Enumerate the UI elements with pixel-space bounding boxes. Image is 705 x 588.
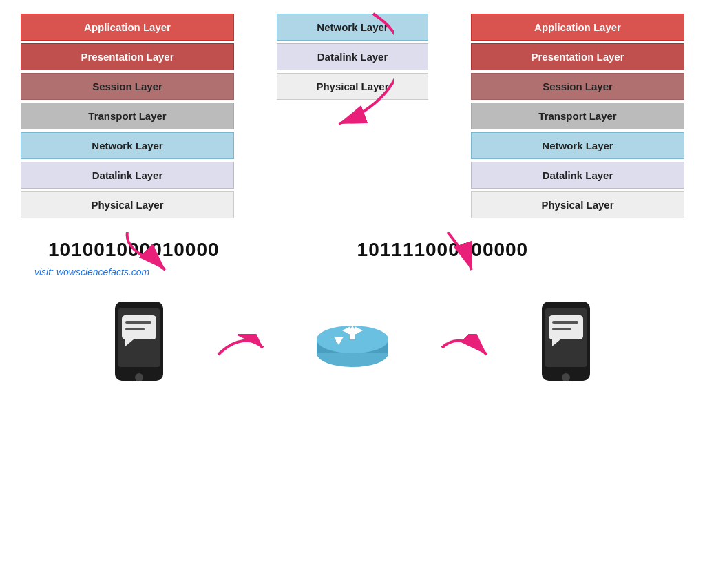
layer-pres-left: Presentation Layer [21,43,234,70]
svg-rect-26 [552,321,578,324]
stacks-wrapper: Application LayerPresentation LayerSessi… [14,14,691,218]
left-to-router-arrow [215,334,270,361]
binary-row: 101001000010000 101111000100000 [14,239,691,261]
left-phone-icon [105,298,173,397]
left-osi-stack: Application LayerPresentation LayerSessi… [21,14,234,218]
layer-session-right: Session Layer [471,73,684,100]
svg-point-5 [135,373,143,381]
left-arrow-svg [120,232,176,280]
router-icon [311,315,394,380]
layer-session-left: Session Layer [21,73,234,100]
binary-section: 101001000010000 101111000100000 [14,239,691,261]
svg-rect-9 [125,328,145,330]
right-arrow-svg [392,232,482,280]
layer-datalink-left: Datalink Layer [21,162,234,189]
layer-app-right: Application Layer [471,14,684,41]
layer-network-left: Network Layer [21,132,234,159]
icons-row [14,298,691,397]
layer-physical-right: Physical Layer [471,191,684,218]
layer-app-left: Application Layer [21,14,234,41]
svg-rect-6 [122,315,156,339]
layer-network-right: Network Layer [471,132,684,159]
layer-transport-right: Transport Layer [471,103,684,129]
svg-point-23 [562,373,570,381]
layer-physical-left: Physical Layer [21,191,234,218]
layer-pres-right: Presentation Layer [471,43,684,70]
center-column: Network LayerDatalink LayerPhysical Laye… [277,14,428,100]
svg-rect-8 [125,321,151,324]
svg-rect-27 [552,328,571,330]
curved-arrow-svg [235,0,394,145]
router-to-right-arrow [435,334,490,361]
svg-rect-15 [350,334,355,339]
svg-rect-17 [336,337,341,342]
right-osi-stack: Application LayerPresentation LayerSessi… [471,14,684,218]
layer-datalink-right: Datalink Layer [471,162,684,189]
svg-rect-24 [549,315,583,339]
main-container: Application LayerPresentation LayerSessi… [0,0,705,588]
right-phone-icon [532,298,600,397]
layer-transport-left: Transport Layer [21,103,234,129]
